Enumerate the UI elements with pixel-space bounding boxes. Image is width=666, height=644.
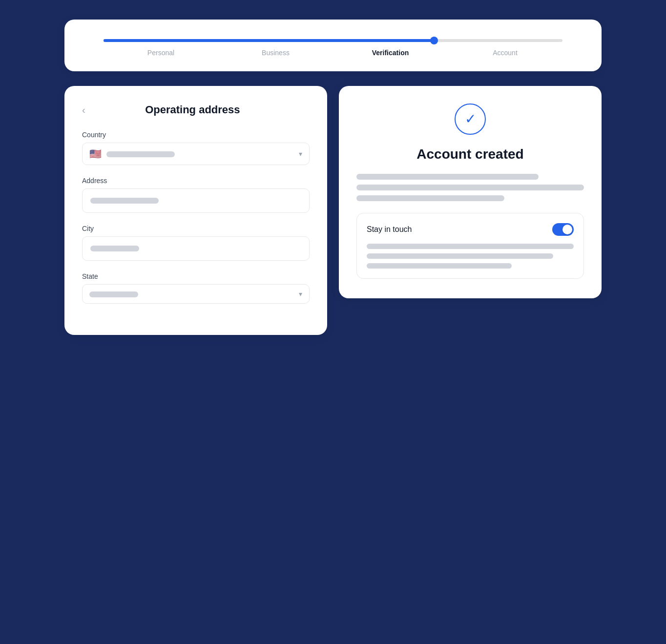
us-flag-icon: 🇺🇸	[89, 148, 102, 160]
step-personal: Personal	[104, 49, 218, 57]
detail-line-3	[367, 263, 512, 269]
step-verification: Verification	[333, 49, 448, 57]
description-line-1	[356, 174, 539, 180]
step-business: Business	[218, 49, 333, 57]
chevron-down-icon: ▾	[299, 150, 302, 158]
country-field-group: Country 🇺🇸 ▾	[82, 131, 310, 165]
step-account: Account	[448, 49, 562, 57]
toggle-dot	[562, 225, 572, 234]
progress-track	[104, 39, 562, 42]
country-placeholder	[106, 151, 175, 157]
stay-in-touch-row: Stay in touch	[367, 223, 574, 236]
address-placeholder	[90, 198, 159, 204]
description-line-2	[356, 185, 584, 190]
stay-in-touch-card: Stay in touch	[356, 213, 584, 279]
account-panel: ✓ Account created Stay in touch	[339, 86, 602, 298]
account-description-lines	[356, 174, 584, 201]
progress-card: Personal Business Verification Account	[64, 20, 602, 71]
city-field-group: City	[82, 225, 310, 261]
success-check-circle: ✓	[455, 104, 486, 135]
progress-dot	[430, 37, 438, 44]
country-label: Country	[82, 131, 310, 139]
address-label: Address	[82, 177, 310, 185]
state-field-group: State ▾	[82, 272, 310, 304]
country-value	[106, 149, 295, 158]
stay-in-touch-label: Stay in touch	[367, 225, 412, 234]
panel-header: ‹ Operating address	[82, 104, 310, 116]
country-select[interactable]: 🇺🇸 ▾	[82, 143, 310, 165]
progress-bar-fill	[104, 39, 434, 42]
city-input[interactable]	[82, 236, 310, 261]
description-line-3	[356, 195, 504, 201]
address-panel: ‹ Operating address Country 🇺🇸 ▾ Address…	[64, 86, 327, 335]
checkmark-icon: ✓	[465, 112, 476, 126]
panel-title: Operating address	[91, 104, 294, 116]
detail-line-2	[367, 253, 553, 259]
state-value	[89, 290, 295, 298]
chevron-down-icon: ▾	[299, 290, 302, 298]
stay-in-touch-detail-lines	[367, 244, 574, 269]
state-select[interactable]: ▾	[82, 284, 310, 304]
stay-in-touch-toggle[interactable]	[552, 223, 574, 236]
state-label: State	[82, 272, 310, 280]
city-placeholder	[90, 246, 139, 251]
state-placeholder	[89, 291, 138, 297]
progress-labels: Personal Business Verification Account	[104, 49, 562, 57]
address-field-group: Address	[82, 177, 310, 213]
city-label: City	[82, 225, 310, 232]
detail-line-1	[367, 244, 574, 249]
panels-row: ‹ Operating address Country 🇺🇸 ▾ Address…	[64, 86, 602, 335]
address-input[interactable]	[82, 188, 310, 213]
account-created-title: Account created	[416, 146, 523, 162]
back-button[interactable]: ‹	[82, 105, 85, 115]
